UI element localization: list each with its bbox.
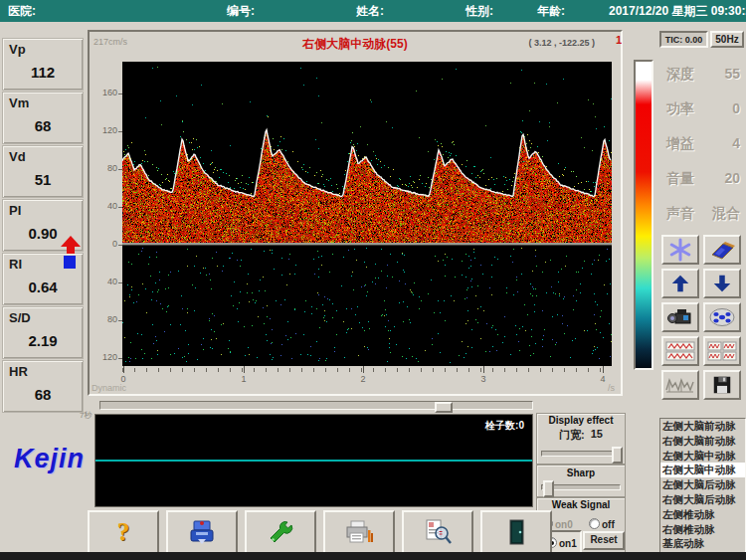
snowflake-icon <box>668 238 692 262</box>
depth-up-button[interactable] <box>661 269 699 298</box>
gate-width-slider[interactable] <box>541 451 621 457</box>
y-tick-label: 120 <box>95 352 117 362</box>
sharp-title: Sharp <box>537 467 625 478</box>
probe-button[interactable] <box>703 235 741 265</box>
single-trace-icon <box>665 339 695 363</box>
measurement-vm: Vm 68 <box>2 92 84 144</box>
record-button[interactable] <box>703 302 741 332</box>
blue-marker-icon <box>64 256 76 269</box>
measurement-sd: S/D 2.19 <box>2 306 84 359</box>
help-button[interactable]: ? <box>88 510 159 554</box>
channel-number: 1 <box>616 34 622 46</box>
archive-icon <box>187 518 217 546</box>
radio-off-circle[interactable] <box>589 518 600 529</box>
velocity-colorbar <box>634 60 653 370</box>
device-parameters: 深度 55 功率 0 增益 4 音量 20 声音 混合 <box>660 66 746 228</box>
artery-item[interactable]: 右侧大脑前动脉 <box>660 434 745 449</box>
name-label: 姓名: <box>356 0 384 22</box>
y-tick-label: 0 <box>95 239 117 249</box>
param-depth: 深度 55 <box>660 66 746 89</box>
time-scrollbar[interactable] <box>99 401 533 410</box>
y-tick-label: 40 <box>95 201 117 211</box>
tic-readout: TIC: 0.00 <box>659 31 708 48</box>
wrench-icon <box>266 518 295 546</box>
gender-label: 性别: <box>466 0 493 22</box>
report-button[interactable] <box>402 510 473 554</box>
artery-item[interactable]: 基底动脉 <box>660 536 745 551</box>
x-axis-minor-ticks <box>122 368 612 372</box>
save-button[interactable] <box>703 370 741 400</box>
exit-door-icon <box>503 518 529 546</box>
x-tick-label: 3 <box>477 374 489 384</box>
reset-button[interactable]: Reset <box>583 531 625 550</box>
time-scrollbar-thumb[interactable] <box>435 402 453 413</box>
gate-width-slider-thumb[interactable] <box>612 447 623 464</box>
arrow-down-icon <box>711 273 733 294</box>
y-tick-label: 80 <box>95 163 117 173</box>
flow-direction-indicator <box>60 236 82 272</box>
param-power: 功率 0 <box>660 100 746 123</box>
sharp-slider[interactable] <box>541 484 621 490</box>
save-disk-icon <box>711 374 733 396</box>
printer-icon <box>343 518 375 546</box>
x-unit-label: /s <box>608 383 615 393</box>
envelope-trace-icon <box>665 374 695 396</box>
display-effect-group: Display effect 门宽: 15 <box>536 413 626 465</box>
artery-item[interactable]: 右侧大脑后动脉 <box>660 492 745 507</box>
y-tick-label: 80 <box>95 314 117 324</box>
artery-list: 左侧大脑前动脉 右侧大脑前动脉 左侧大脑中动脉 右侧大脑中动脉 左侧大脑后动脉 … <box>659 418 746 553</box>
print-button[interactable] <box>323 510 395 554</box>
arrow-up-icon <box>669 273 691 294</box>
artery-item[interactable]: 左侧椎动脉 <box>660 507 745 522</box>
patient-info-bar: 医院: 编号: 姓名: 性别: 年龄: 2017/12/20 星期三 09:30… <box>0 0 746 22</box>
exam-id-label: 编号: <box>227 0 255 22</box>
brand-logo: Kejin <box>14 444 85 474</box>
red-up-arrow-icon <box>61 236 81 247</box>
measurement-vd: Vd 51 <box>2 145 84 198</box>
y-tick-label: 120 <box>95 125 117 135</box>
artery-item[interactable]: 右侧椎动脉 <box>660 522 745 537</box>
archive-button[interactable] <box>166 510 238 554</box>
hospital-label: 医院: <box>8 0 36 22</box>
camera-icon <box>666 306 694 328</box>
x-tick-label: 2 <box>357 374 369 384</box>
settings-button[interactable] <box>245 510 316 554</box>
embolus-window-label: 7秒 <box>80 410 92 421</box>
help-icon: ? <box>117 518 130 546</box>
freeze-button[interactable] <box>661 235 699 265</box>
gate-width-label: 门宽: <box>559 428 585 443</box>
age-label: 年龄: <box>537 0 565 22</box>
tcd-workstation-window: 医院: 编号: 姓名: 性别: 年龄: 2017/12/20 星期三 09:30… <box>0 0 746 560</box>
datetime-label: 2017/12/20 星期三 09:30:20 <box>609 0 746 22</box>
doppler-spectrum-canvas[interactable] <box>122 62 612 366</box>
quad-trace-button[interactable] <box>703 336 741 366</box>
sharp-group: Sharp <box>536 465 626 497</box>
embolus-monitor-panel: 栓子数:0 <box>94 414 533 507</box>
single-trace-button[interactable] <box>661 336 699 366</box>
function-button-grid <box>661 235 745 400</box>
radio-off[interactable]: off <box>589 514 615 532</box>
embolus-baseline <box>95 460 532 462</box>
artery-item[interactable]: 左侧大脑中动脉 <box>660 449 745 464</box>
probe-icon <box>709 238 735 262</box>
embolus-count-label: 栓子数:0 <box>485 419 524 433</box>
weak-signal-title: Weak Signal <box>537 499 625 510</box>
artery-item[interactable]: 左侧大脑后动脉 <box>660 477 745 492</box>
display-effect-title: Display effect <box>537 415 625 426</box>
measurement-vp: Vp 112 <box>2 38 84 91</box>
param-sound: 声音 混合 <box>660 205 746 228</box>
prf-frequency-button[interactable]: 50Hz <box>710 31 744 48</box>
exit-button[interactable] <box>480 510 552 554</box>
dynamic-mode-label: Dynamic <box>92 383 126 393</box>
report-magnifier-icon <box>423 518 453 546</box>
depth-down-button[interactable] <box>703 269 741 298</box>
y-tick-label: 40 <box>95 277 117 286</box>
artery-item[interactable]: 右侧大脑中动脉 <box>660 463 745 477</box>
sharp-slider-thumb[interactable] <box>543 480 554 497</box>
film-reel-icon <box>708 306 736 328</box>
x-tick-label: 1 <box>238 374 250 384</box>
artery-item[interactable]: 左侧大脑前动脉 <box>660 419 745 434</box>
capture-button[interactable] <box>661 302 699 332</box>
envelope-trace-button[interactable] <box>661 370 699 400</box>
param-volume: 音量 20 <box>660 170 746 193</box>
